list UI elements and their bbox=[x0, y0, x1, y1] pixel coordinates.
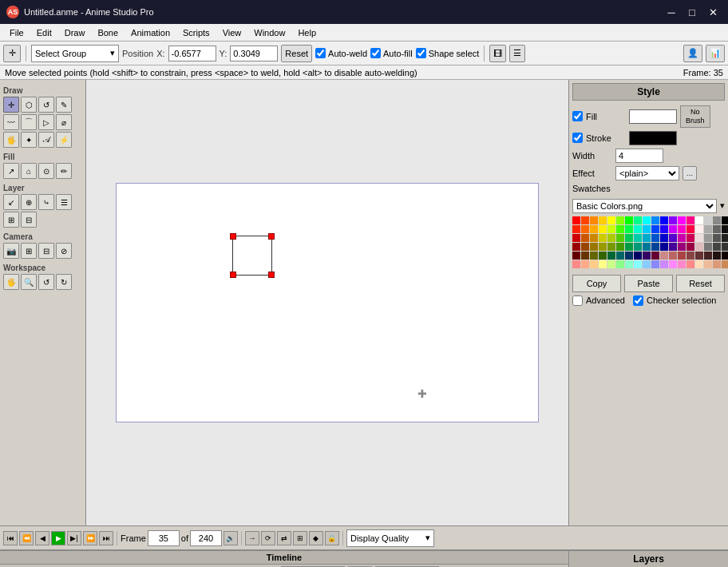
color-cell[interactable] bbox=[616, 260, 624, 268]
color-cell[interactable] bbox=[607, 216, 615, 224]
color-cell[interactable] bbox=[607, 260, 615, 268]
color-cell[interactable] bbox=[599, 225, 607, 233]
color-cell[interactable] bbox=[599, 234, 607, 242]
effect-select[interactable]: <plain> bbox=[615, 166, 679, 180]
color-cell[interactable] bbox=[713, 243, 721, 251]
color-cell[interactable] bbox=[581, 243, 589, 251]
color-cell[interactable] bbox=[686, 234, 694, 242]
reset-button[interactable]: Reset bbox=[281, 45, 312, 62]
select-tool[interactable]: ✛ bbox=[3, 97, 19, 113]
color-cell[interactable] bbox=[678, 260, 686, 268]
color-cell[interactable] bbox=[686, 252, 694, 260]
auto-fill-check[interactable]: Auto-fill bbox=[370, 48, 413, 58]
canvas-shape[interactable] bbox=[232, 236, 272, 276]
fill-select-tool[interactable]: ↗ bbox=[3, 163, 19, 179]
color-cell[interactable] bbox=[651, 260, 659, 268]
color-cell[interactable] bbox=[625, 234, 633, 242]
color-cell[interactable] bbox=[704, 216, 712, 224]
color-cell[interactable] bbox=[722, 216, 728, 224]
color-cell[interactable] bbox=[572, 252, 580, 260]
corner-handle-bl[interactable] bbox=[230, 272, 236, 278]
zoom-in-tool[interactable]: 🔍 bbox=[21, 274, 37, 290]
color-cell[interactable] bbox=[625, 216, 633, 224]
color-cell[interactable] bbox=[590, 216, 598, 224]
color-cell[interactable] bbox=[660, 234, 668, 242]
color-cell[interactable] bbox=[607, 243, 615, 251]
color-cell[interactable] bbox=[722, 234, 728, 242]
menu-window[interactable]: Window bbox=[247, 26, 291, 39]
play-button[interactable]: ▶ bbox=[51, 531, 65, 545]
color-cell[interactable] bbox=[695, 234, 703, 242]
advanced-checkbox[interactable] bbox=[572, 295, 583, 306]
color-cell[interactable] bbox=[686, 216, 694, 224]
person-button[interactable]: 👤 bbox=[683, 45, 702, 62]
next-keyframe-button[interactable]: ⏩ bbox=[83, 531, 97, 545]
skip-first-button[interactable]: ⏮ bbox=[3, 531, 18, 545]
x-input[interactable] bbox=[168, 46, 216, 61]
color-cell[interactable] bbox=[590, 234, 598, 242]
color-cell[interactable] bbox=[572, 216, 580, 224]
keyframe-toggle[interactable]: ◆ bbox=[309, 531, 323, 545]
noise-tool[interactable]: ⌀ bbox=[56, 114, 72, 130]
color-cell[interactable] bbox=[678, 225, 686, 233]
color-cell[interactable] bbox=[643, 234, 651, 242]
color-cell[interactable] bbox=[669, 260, 677, 268]
layer-scale-tool[interactable]: ⊞ bbox=[3, 212, 19, 228]
layer-offset-tool[interactable]: ⤷ bbox=[38, 194, 54, 210]
color-cell[interactable] bbox=[634, 234, 642, 242]
color-cell[interactable] bbox=[643, 225, 651, 233]
fill-checkbox[interactable] bbox=[572, 111, 583, 121]
color-cell[interactable] bbox=[686, 243, 694, 251]
corner-handle-br[interactable] bbox=[268, 272, 275, 278]
menu-help[interactable]: Help bbox=[291, 26, 322, 39]
color-cell[interactable] bbox=[713, 216, 721, 224]
color-cell[interactable] bbox=[590, 225, 598, 233]
color-cell[interactable] bbox=[695, 216, 703, 224]
color-cell[interactable] bbox=[660, 216, 668, 224]
color-cell[interactable] bbox=[651, 252, 659, 260]
color-cell[interactable] bbox=[634, 225, 642, 233]
color-cell[interactable] bbox=[599, 243, 607, 251]
color-cell[interactable] bbox=[590, 260, 598, 268]
rotate-tool[interactable]: ↺ bbox=[38, 97, 54, 113]
color-cell[interactable] bbox=[643, 216, 651, 224]
color-cell[interactable] bbox=[607, 234, 615, 242]
color-cell[interactable] bbox=[713, 234, 721, 242]
color-cell[interactable] bbox=[713, 260, 721, 268]
camera-pan-tool[interactable]: 📷 bbox=[3, 243, 19, 259]
color-cell[interactable] bbox=[634, 216, 642, 224]
zoom-reset-tool[interactable]: ↺ bbox=[38, 274, 54, 290]
text-tool[interactable]: 𝒜 bbox=[38, 132, 54, 148]
freehand-tool[interactable]: 〰 bbox=[3, 114, 19, 130]
color-cell[interactable] bbox=[581, 216, 589, 224]
color-cell[interactable] bbox=[616, 252, 624, 260]
color-cell[interactable] bbox=[695, 252, 703, 260]
fill-color-swatch[interactable] bbox=[629, 109, 677, 124]
transform-tool[interactable]: ⬡ bbox=[21, 97, 37, 113]
color-cell[interactable] bbox=[581, 260, 589, 268]
no-brush-button[interactable]: NoBrush bbox=[680, 105, 710, 128]
color-cell[interactable] bbox=[695, 225, 703, 233]
color-cell[interactable] bbox=[616, 243, 624, 251]
step-forward-button[interactable]: ▶| bbox=[67, 531, 81, 545]
zoom-out-tool[interactable]: ↻ bbox=[56, 274, 72, 290]
color-cell[interactable] bbox=[572, 225, 580, 233]
color-cell[interactable] bbox=[581, 252, 589, 260]
color-cell[interactable] bbox=[669, 216, 677, 224]
color-cell[interactable] bbox=[660, 252, 668, 260]
color-cell[interactable] bbox=[722, 243, 728, 251]
y-input[interactable] bbox=[230, 46, 278, 61]
move-tool-button[interactable]: ✛ bbox=[3, 45, 21, 62]
menu-scripts[interactable]: Scripts bbox=[176, 26, 216, 39]
color-cell[interactable] bbox=[572, 234, 580, 242]
color-cell[interactable] bbox=[625, 225, 633, 233]
layer-rotate-tool[interactable]: ⊟ bbox=[21, 212, 37, 228]
loop-button[interactable]: ⟳ bbox=[261, 531, 275, 545]
total-frames-input[interactable] bbox=[190, 530, 222, 546]
auto-fill-checkbox[interactable] bbox=[370, 48, 381, 58]
color-cell[interactable] bbox=[599, 252, 607, 260]
canvas-area[interactable]: ✚ bbox=[86, 80, 568, 525]
color-cell[interactable] bbox=[651, 216, 659, 224]
color-cell[interactable] bbox=[625, 243, 633, 251]
color-cell[interactable] bbox=[695, 260, 703, 268]
